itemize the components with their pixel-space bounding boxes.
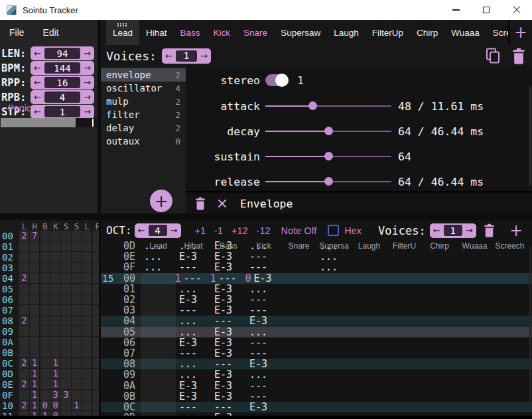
order-cell[interactable]: [72, 316, 82, 326]
transpose-plus12-button[interactable]: +12: [232, 225, 248, 236]
transpose-minus1-button[interactable]: -1: [214, 225, 223, 236]
order-cell[interactable]: 3: [50, 390, 60, 400]
order-cell[interactable]: [82, 400, 92, 410]
order-cell[interactable]: [93, 326, 99, 336]
order-cell[interactable]: [40, 358, 50, 368]
order-cell[interactable]: [93, 379, 99, 389]
tab-snare[interactable]: Snare: [237, 20, 274, 45]
order-cell[interactable]: [61, 347, 71, 357]
order-cell[interactable]: 0: [50, 400, 60, 410]
order-cell[interactable]: [61, 252, 71, 262]
order-cell[interactable]: [50, 294, 60, 304]
release-slider[interactable]: [265, 173, 391, 190]
order-cell[interactable]: [82, 390, 92, 400]
order-cell[interactable]: [40, 369, 50, 379]
close-button[interactable]: [501, 0, 532, 20]
order-cell[interactable]: [30, 316, 40, 326]
order-cell[interactable]: 1: [50, 369, 60, 379]
order-cell[interactable]: 1: [50, 358, 60, 368]
order-cell[interactable]: [19, 305, 29, 315]
tab-lead[interactable]: Lead: [106, 20, 139, 45]
tab-hihat[interactable]: Hihat: [139, 20, 174, 45]
order-cell[interactable]: [50, 326, 60, 336]
order-cell[interactable]: [93, 263, 99, 272]
song-bpm-spinner-value[interactable]: 144: [44, 62, 80, 74]
order-cell[interactable]: [82, 231, 92, 241]
order-cell[interactable]: [82, 358, 92, 368]
song-len-spinner-value[interactable]: 94: [44, 48, 80, 59]
copy-instrument-button[interactable]: [484, 47, 501, 64]
order-cell[interactable]: [82, 369, 92, 379]
order-cell[interactable]: [72, 263, 82, 272]
order-cell[interactable]: [93, 305, 99, 315]
song-len-spinner-increment[interactable]: →: [80, 46, 94, 60]
maximize-button[interactable]: [471, 0, 501, 20]
instrument-voices-spinner-value[interactable]: 1: [176, 50, 197, 62]
song-bpm-spinner[interactable]: ←144→: [31, 61, 94, 75]
order-cell[interactable]: [93, 347, 99, 357]
order-cell[interactable]: [19, 326, 29, 336]
order-cell[interactable]: [50, 273, 60, 283]
tab-supersaw[interactable]: Supersaw: [274, 20, 327, 45]
order-cell[interactable]: [93, 337, 99, 347]
order-cell[interactable]: [40, 390, 50, 400]
order-cell[interactable]: [40, 294, 50, 304]
order-cell[interactable]: [40, 263, 50, 272]
order-cell[interactable]: [82, 347, 92, 357]
order-cell[interactable]: [82, 305, 92, 315]
decay-slider[interactable]: [265, 123, 391, 140]
order-cell[interactable]: 1: [30, 379, 40, 389]
order-cell[interactable]: [72, 305, 82, 315]
panic-button[interactable]: Panic: [8, 103, 31, 113]
order-cell[interactable]: 1: [40, 411, 50, 416]
order-cell[interactable]: [40, 316, 50, 326]
order-cell[interactable]: [82, 294, 92, 304]
order-cell[interactable]: [40, 347, 50, 357]
order-cell[interactable]: [30, 326, 40, 336]
order-cell[interactable]: [40, 284, 50, 294]
order-cell[interactable]: [61, 284, 71, 294]
delete-track-button[interactable]: [484, 223, 495, 237]
order-cell[interactable]: [40, 273, 50, 283]
order-cell[interactable]: [19, 411, 29, 416]
order-cell[interactable]: [50, 263, 60, 272]
drag-handle-icon[interactable]: [117, 23, 119, 25]
song-bpm-spinner-decrement[interactable]: ←: [31, 61, 44, 75]
order-cell[interactable]: [82, 284, 92, 294]
song-rpp-spinner-value[interactable]: 16: [44, 77, 80, 88]
song-rpp-spinner-decrement[interactable]: ←: [31, 76, 44, 90]
order-cell[interactable]: [61, 379, 71, 389]
unit-item-mulp[interactable]: mulp2: [101, 95, 186, 108]
order-cell[interactable]: 1: [30, 358, 40, 368]
transpose-minus12-button[interactable]: -12: [257, 225, 271, 236]
transpose-plus1-button[interactable]: +1: [195, 225, 206, 236]
order-cell[interactable]: [61, 273, 71, 283]
tab-wuaaa[interactable]: Wuaaa: [444, 20, 486, 45]
track-voices-spinner-decrement[interactable]: ←: [430, 223, 444, 237]
order-cell[interactable]: [40, 231, 50, 241]
order-cell[interactable]: [93, 284, 99, 294]
order-cell[interactable]: [82, 379, 92, 389]
order-cell[interactable]: [30, 305, 40, 315]
order-cell[interactable]: [50, 241, 60, 251]
order-cell[interactable]: [72, 347, 82, 357]
order-cell[interactable]: [19, 252, 29, 262]
order-cell[interactable]: [30, 294, 40, 304]
order-cell[interactable]: [82, 326, 92, 336]
order-cell[interactable]: [82, 273, 92, 283]
delete-instrument-button[interactable]: [512, 48, 525, 64]
delete-unit-button[interactable]: [195, 197, 206, 210]
song-rpb-spinner-value[interactable]: 4: [44, 91, 80, 103]
order-cell[interactable]: [72, 379, 82, 389]
minimize-button[interactable]: [440, 0, 471, 20]
order-cell[interactable]: [19, 369, 29, 379]
order-cell[interactable]: [72, 411, 82, 416]
order-cell[interactable]: [40, 241, 50, 251]
tab-laugh[interactable]: Laugh: [327, 20, 366, 45]
order-cell[interactable]: 2: [19, 400, 29, 410]
order-cell[interactable]: [82, 337, 92, 347]
order-cell[interactable]: [30, 241, 40, 251]
attack-slider[interactable]: [265, 97, 391, 115]
order-cell[interactable]: [40, 326, 50, 336]
order-cell[interactable]: [61, 337, 71, 347]
